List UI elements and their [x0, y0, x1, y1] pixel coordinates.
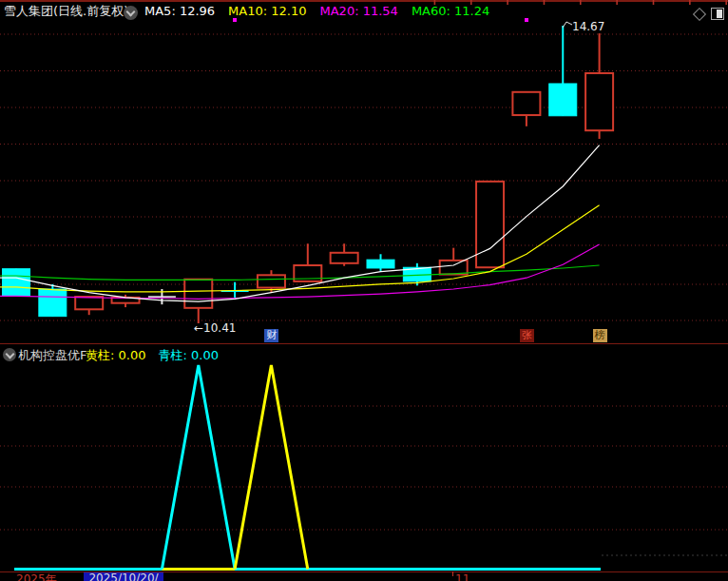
low-price-label: ←10.41	[194, 321, 236, 335]
split-panel-icon[interactable]	[711, 8, 724, 20]
high-price-label: 14.67	[572, 20, 604, 33]
indicator-dropdown-button[interactable]	[3, 348, 16, 361]
indicator-field: 黄柱: 0.00	[86, 349, 145, 362]
trading-app-window: 雪人集团(日线.前复权) MA5: 12.96MA10: 12.10MA20: …	[0, 0, 728, 581]
magenta-signal-dot	[525, 18, 528, 22]
ma-label: MA5: 12.96	[144, 5, 215, 18]
ma-legend: MA5: 12.96MA10: 12.10MA20: 11.54MA60: 11…	[144, 5, 489, 18]
stock-title: 雪人集团(日线.前复权)	[4, 5, 128, 18]
chevron-down-icon	[126, 8, 136, 17]
axis-month-label: 11	[455, 573, 469, 581]
indicator-field: 青柱: 0.00	[158, 349, 218, 362]
main-chart-canvas[interactable]	[0, 0, 728, 581]
axis-month-tick	[452, 571, 453, 576]
panel-divider	[0, 343, 728, 344]
ma-label: MA60: 11.24	[412, 5, 489, 18]
chevron-down-icon	[5, 349, 14, 358]
event-badge[interactable]: 张	[520, 329, 534, 342]
event-badge[interactable]: 财	[264, 329, 278, 342]
axis-date-box: 2025/10/20/	[84, 572, 163, 581]
ma-label: MA20: 11.54	[320, 5, 398, 18]
axis-year-label: 2025年	[16, 573, 57, 581]
event-badge[interactable]: 榜	[593, 329, 607, 342]
indicator-name: 机构控盘优F	[18, 349, 86, 362]
magenta-signal-dot	[233, 18, 237, 22]
title-dropdown-button[interactable]	[124, 6, 138, 20]
ma-label: MA10: 12.10	[228, 5, 306, 18]
corner-toolbar	[695, 8, 724, 20]
diamond-icon[interactable]	[693, 7, 706, 20]
indicator-values: 黄柱: 0.00青柱: 0.00	[86, 349, 219, 362]
